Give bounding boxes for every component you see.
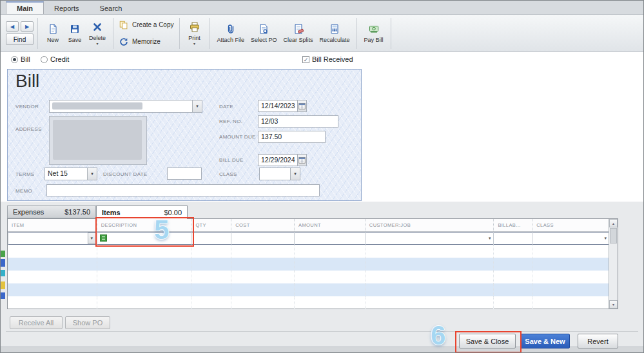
customer-job-cell[interactable]: ▾ bbox=[365, 232, 494, 245]
back-button[interactable]: ◀ bbox=[6, 21, 19, 32]
column-header-item[interactable]: ITEM bbox=[8, 219, 97, 231]
forward-button[interactable]: ▶ bbox=[21, 21, 34, 32]
table-row[interactable] bbox=[8, 271, 609, 283]
tab-search[interactable]: Search bbox=[90, 3, 133, 14]
show-po-button[interactable]: Show PO bbox=[65, 316, 110, 329]
table-row[interactable] bbox=[8, 283, 609, 296]
column-header-qty[interactable]: QTY bbox=[191, 219, 231, 231]
select-po-button[interactable]: Select PO bbox=[248, 21, 280, 44]
scroll-up-icon[interactable]: ▴ bbox=[609, 219, 618, 227]
vendor-label: VENDOR bbox=[15, 104, 39, 110]
terms-dropdown[interactable]: Net 15 ▾ bbox=[44, 167, 97, 180]
column-header-amount[interactable]: AMOUNT bbox=[294, 219, 365, 231]
desktop-artifact bbox=[1, 251, 5, 257]
date-field[interactable]: 12/14/2023 bbox=[258, 100, 298, 112]
billable-cell[interactable] bbox=[493, 232, 532, 245]
chevron-down-icon[interactable]: ▾ bbox=[605, 236, 607, 241]
tab-reports[interactable]: Reports bbox=[44, 3, 90, 14]
amount-due-label: AMOUNT DUE bbox=[219, 134, 256, 140]
ref-no-field[interactable]: 12/03 bbox=[258, 115, 338, 128]
calendar-icon[interactable] bbox=[297, 154, 307, 166]
amount-due-field[interactable]: 137.50 bbox=[258, 131, 326, 143]
desktop-artifact bbox=[1, 270, 5, 276]
enter-bills-window: Main Reports Search ◀ ▶ Find New Save bbox=[0, 0, 644, 353]
scrollbar-thumb[interactable] bbox=[610, 228, 617, 243]
address-field[interactable] bbox=[49, 116, 147, 165]
select-po-icon bbox=[258, 23, 269, 35]
tab-items[interactable]: Items $0.00 bbox=[96, 205, 188, 219]
chevron-down-icon: ▾ bbox=[192, 100, 202, 112]
create-copy-button[interactable]: Create a Copy bbox=[119, 19, 173, 32]
memo-field[interactable] bbox=[46, 184, 320, 196]
print-icon bbox=[189, 21, 200, 33]
receive-all-button[interactable]: Receive All bbox=[10, 316, 63, 329]
chevron-down-icon: ▾ bbox=[97, 43, 99, 46]
recalculate-button[interactable]: Recalculate bbox=[317, 21, 353, 44]
table-row[interactable] bbox=[8, 245, 609, 258]
chevron-down-icon[interactable]: ▾ bbox=[88, 233, 96, 244]
bill-radio[interactable]: Bill bbox=[11, 55, 30, 63]
print-button[interactable]: Print ▾ bbox=[184, 19, 206, 47]
chevron-down-icon[interactable]: ▾ bbox=[489, 236, 491, 241]
table-row[interactable] bbox=[8, 296, 609, 309]
radio-selected-icon bbox=[11, 56, 18, 63]
tab-expenses[interactable]: Expenses $137.50 bbox=[7, 205, 96, 218]
revert-button[interactable]: Revert bbox=[578, 334, 618, 348]
bill-due-field[interactable]: 12/29/2024 bbox=[258, 154, 298, 166]
redacted-address-value bbox=[53, 120, 142, 160]
bill-received-checkbox[interactable]: ✓ Bill Received bbox=[302, 55, 353, 63]
clear-splits-icon bbox=[293, 23, 304, 35]
attach-file-button[interactable]: Attach File bbox=[214, 21, 248, 44]
column-header-description[interactable]: DESCRIPTION bbox=[97, 219, 191, 231]
bill-form-title: Bill bbox=[15, 71, 39, 91]
description-cell[interactable] bbox=[97, 232, 191, 245]
desktop-artifact bbox=[1, 292, 5, 299]
calculator-icon bbox=[329, 23, 340, 35]
table-row-active[interactable]: ▾ ▾ ▾ bbox=[8, 232, 609, 245]
footer-divider bbox=[6, 331, 638, 332]
redacted-vendor-value bbox=[52, 102, 142, 110]
save-icon bbox=[69, 23, 81, 35]
column-header-billable[interactable]: BILLAB... bbox=[493, 219, 532, 231]
item-cell[interactable]: ▾ bbox=[8, 232, 97, 245]
pay-bill-button[interactable]: Pay Bill bbox=[361, 21, 387, 44]
notes-icon bbox=[100, 234, 107, 242]
find-button[interactable]: Find bbox=[6, 33, 34, 45]
save-button[interactable]: Save bbox=[64, 21, 86, 44]
chevron-down-icon: ▾ bbox=[87, 168, 97, 180]
column-header-class[interactable]: CLASS bbox=[532, 219, 609, 231]
save-close-button[interactable]: Save & Close bbox=[459, 334, 516, 348]
column-header-customer-job[interactable]: CUSTOMER:JOB bbox=[365, 219, 494, 231]
terms-label: TERMS bbox=[15, 171, 35, 177]
new-button[interactable]: New bbox=[42, 21, 64, 44]
qty-cell[interactable] bbox=[191, 232, 231, 245]
save-new-button[interactable]: Save & New bbox=[520, 334, 570, 348]
table-row[interactable] bbox=[8, 258, 609, 271]
memorize-button[interactable]: Memorize bbox=[119, 35, 173, 48]
vendor-dropdown[interactable]: ▾ bbox=[49, 100, 202, 113]
tab-main[interactable]: Main bbox=[6, 1, 44, 14]
delete-button[interactable]: Delete ▾ bbox=[86, 19, 109, 47]
calendar-icon[interactable] bbox=[297, 100, 307, 112]
discount-date-field[interactable] bbox=[167, 167, 202, 180]
forward-arrow-icon: ▶ bbox=[25, 24, 29, 30]
column-header-cost[interactable]: COST bbox=[231, 219, 294, 231]
toolbar: ◀ ▶ Find New Save Delete ▾ bbox=[1, 15, 643, 52]
back-arrow-icon: ◀ bbox=[10, 24, 14, 30]
class-dropdown[interactable]: ▾ bbox=[259, 167, 300, 180]
scroll-down-icon[interactable]: ▾ bbox=[609, 300, 618, 309]
radio-unselected-icon bbox=[41, 56, 48, 63]
class-cell[interactable]: ▾ bbox=[532, 232, 609, 245]
cost-cell[interactable] bbox=[231, 232, 294, 245]
checkmark-icon: ✓ bbox=[302, 56, 309, 63]
copy-icon bbox=[119, 19, 129, 32]
class-label: CLASS bbox=[219, 171, 237, 177]
clear-splits-button[interactable]: Clear Splits bbox=[280, 21, 317, 44]
toolbar-separator bbox=[179, 18, 180, 49]
vertical-scrollbar[interactable]: ▴ ▾ bbox=[609, 219, 618, 309]
toolbar-separator bbox=[391, 18, 391, 49]
amount-cell[interactable] bbox=[294, 232, 365, 245]
credit-radio[interactable]: Credit bbox=[41, 55, 69, 63]
desktop-artifact bbox=[1, 259, 5, 267]
toolbar-separator bbox=[210, 18, 210, 49]
